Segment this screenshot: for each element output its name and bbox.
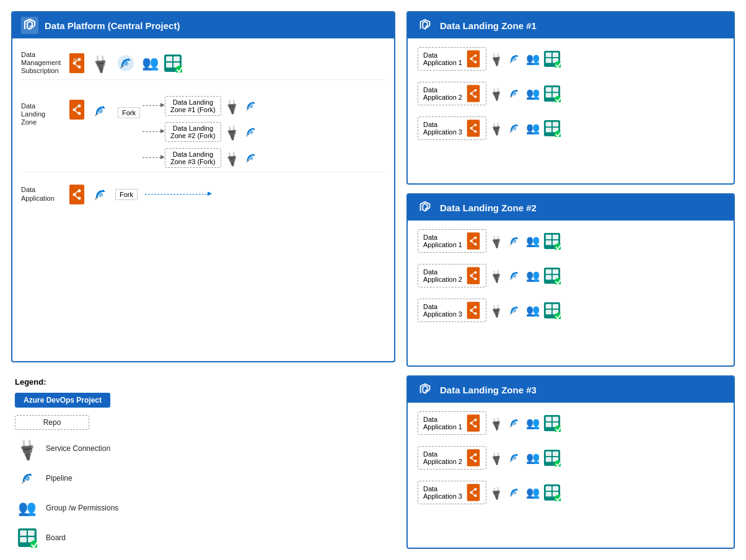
- lz3-app2-pipeline: [506, 450, 522, 466]
- legend-board-label: Board: [46, 533, 66, 542]
- lz2-app1-pipeline: [506, 233, 522, 249]
- central-project-title: Data Platform (Central Project): [45, 20, 180, 31]
- landing-zone-1-header: Data Landing Zone #1: [408, 12, 734, 38]
- legend-group-icon: 👥: [15, 497, 40, 519]
- svg-rect-162: [553, 452, 558, 456]
- lz2-app1-board: [543, 232, 561, 250]
- svg-rect-72: [553, 87, 558, 92]
- lz2-app2-pipeline: [506, 268, 522, 284]
- lz3-app1-group: 👥: [526, 416, 540, 430]
- data-landing-zone-row: Data Landing Zone: [21, 89, 385, 172]
- svg-line-36: [77, 191, 79, 191]
- lz3-app3-label: Data Application 3: [423, 485, 462, 500]
- lz1-app1-label: Data Application 1: [423, 51, 462, 66]
- fork-label-2: Fork: [115, 189, 138, 200]
- lz3-app1-label: Data Application 1: [423, 416, 462, 431]
- legend-sc-label: Service Connection: [46, 444, 110, 453]
- svg-line-83: [474, 131, 476, 131]
- legend-item-repo: Repo: [15, 415, 392, 430]
- lz2-app2-group: 👥: [526, 269, 540, 282]
- data-management-label: Data Management Subscription: [21, 51, 63, 76]
- ado-header-icon: [21, 17, 38, 34]
- group-icon-1: 👥: [142, 55, 159, 71]
- lz2-app2-row: Data Application 2 🔌 👥: [414, 261, 727, 290]
- svg-line-98: [474, 243, 476, 244]
- svg-rect-132: [553, 304, 558, 308]
- data-application-label: Data Application: [21, 186, 63, 202]
- legend: Legend: Azure DevOps Project Repo 🔌 Serv…: [11, 371, 395, 549]
- svg-rect-161: [546, 452, 551, 456]
- svg-rect-178: [546, 492, 551, 496]
- svg-rect-151: [467, 449, 480, 466]
- board-icon-1: [164, 54, 182, 72]
- svg-rect-41: [20, 530, 27, 536]
- svg-line-172: [474, 489, 476, 490]
- lz3-app3-board: [543, 484, 561, 501]
- svg-line-68: [474, 96, 476, 97]
- pipeline-icon-1: [116, 53, 136, 73]
- legend-pipeline-label: Pipeline: [46, 474, 72, 483]
- svg-line-113: [474, 278, 476, 279]
- svg-point-29: [248, 155, 253, 160]
- legend-item-pipeline: Pipeline: [15, 467, 392, 489]
- legend-group-label: Group /w Permissions: [46, 504, 118, 512]
- lz2-app3-row: Data Application 3 🔌 👥: [414, 296, 727, 325]
- lz2-app1-sc: 🔌: [488, 232, 505, 249]
- lz3-app2-sc: 🔌: [488, 449, 505, 466]
- sc-after-fork-1: 🔌: [222, 96, 241, 115]
- svg-point-26: [98, 108, 103, 113]
- lz1-content: Data Application 1 🔌 👥 Data Application …: [408, 38, 734, 149]
- svg-point-39: [25, 476, 30, 481]
- legend-items: Azure DevOps Project Repo 🔌 Service Conn…: [15, 393, 392, 549]
- lz2-app2-board: [543, 267, 561, 284]
- landing-zone-3-title: Data Landing Zone #3: [440, 385, 537, 395]
- lz3-app1-board: [543, 414, 561, 432]
- svg-line-173: [474, 495, 476, 496]
- lz3-app1-sc: 🔌: [488, 414, 505, 431]
- svg-line-53: [474, 61, 476, 62]
- data-management-row: Data Management Subscription: [21, 47, 385, 80]
- lz3-app3-row: Data Application 3 🔌 👥: [414, 478, 727, 507]
- pipeline-after-fork-3: [242, 149, 260, 167]
- svg-rect-121: [467, 302, 480, 318]
- repo-icon-2: [68, 101, 86, 118]
- svg-rect-56: [546, 53, 551, 57]
- lz1-app3-board: [543, 120, 561, 137]
- lz1-app2-row: Data Application 2 🔌 👥: [414, 79, 727, 108]
- fork-target-box-1: Data Landing Zone #1 (Fork): [165, 96, 221, 116]
- svg-rect-61: [467, 85, 480, 102]
- svg-rect-131: [546, 304, 551, 308]
- central-project-box: Data Platform (Central Project) Data Man…: [11, 11, 395, 362]
- svg-line-52: [474, 56, 476, 56]
- data-landing-zone-label: Data Landing Zone: [21, 102, 63, 127]
- svg-point-174: [512, 491, 517, 495]
- lz3-app3-sc: 🔌: [488, 484, 505, 501]
- svg-rect-177: [553, 486, 558, 491]
- svg-point-129: [512, 308, 517, 313]
- svg-line-97: [474, 238, 476, 238]
- svg-rect-13: [166, 56, 172, 61]
- svg-rect-91: [467, 232, 480, 249]
- lz3-app2-group: 👥: [526, 451, 540, 465]
- svg-rect-116: [546, 269, 551, 274]
- data-application-row: Data Application: [21, 181, 385, 208]
- svg-rect-57: [553, 53, 558, 57]
- fork-target-box-3: Data Landing Zone #3 (Fork): [165, 148, 221, 168]
- legend-pipeline-icon: [15, 467, 40, 489]
- svg-rect-42: [28, 530, 35, 536]
- lz3-content: Data Application 1 🔌 👥 Data Application …: [408, 403, 734, 513]
- svg-rect-176: [546, 486, 551, 491]
- svg-rect-117: [553, 269, 558, 274]
- legend-item-board: Board: [15, 527, 392, 549]
- svg-point-159: [512, 456, 517, 460]
- pipeline-icon-2: [90, 101, 110, 121]
- svg-rect-133: [546, 310, 551, 314]
- svg-rect-147: [553, 417, 558, 421]
- lz2-app3-group: 👥: [526, 304, 540, 317]
- pipeline-after-fork-1: [242, 97, 260, 115]
- svg-rect-103: [546, 240, 551, 245]
- svg-rect-118: [546, 275, 551, 279]
- svg-line-127: [474, 307, 476, 308]
- landing-zone-3: Data Landing Zone #3 Data Application 1 …: [406, 375, 735, 549]
- svg-point-27: [248, 103, 253, 108]
